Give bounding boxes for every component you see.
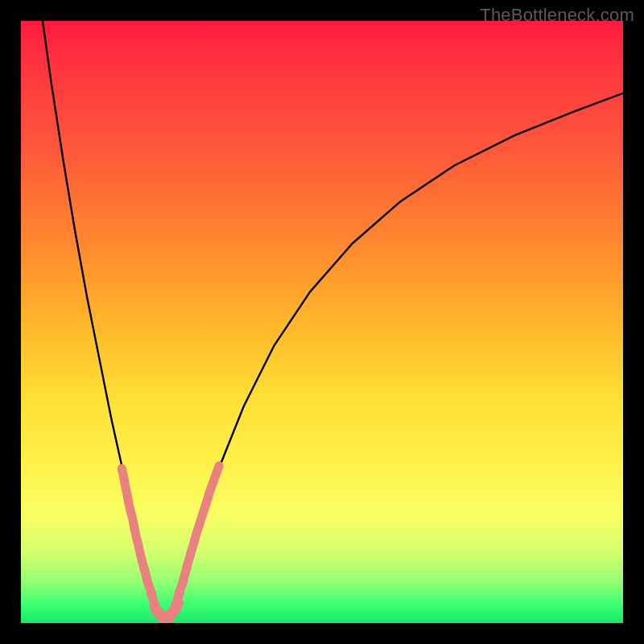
dash-layer (122, 466, 219, 623)
chart-svg (21, 21, 623, 623)
curve-layer (43, 21, 623, 617)
plot-area (21, 21, 623, 623)
data-dash (214, 466, 219, 480)
watermark-text: TheBottleneck.com (480, 5, 634, 26)
bottleneck-curve (43, 21, 623, 617)
outer-frame: TheBottleneck.com (0, 0, 644, 644)
